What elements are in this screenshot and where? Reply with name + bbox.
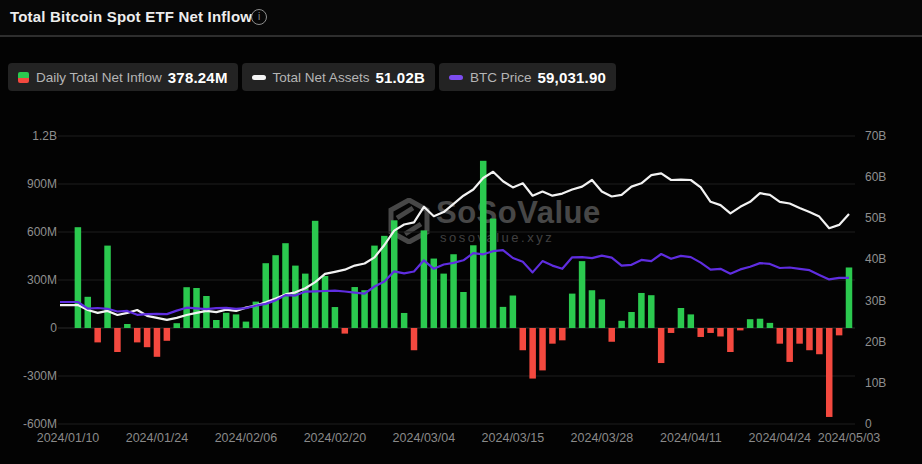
inflow-bar bbox=[134, 328, 141, 342]
etf-inflow-chart-panel: Total Bitcoin Spot ETF Net Inflow i Dail… bbox=[0, 0, 922, 464]
inflow-bar bbox=[114, 328, 121, 352]
inflow-bar bbox=[777, 328, 784, 344]
inflow-bar bbox=[589, 290, 596, 328]
inflow-bar bbox=[559, 328, 566, 340]
inflow-bar bbox=[846, 267, 853, 328]
inflow-bar bbox=[490, 219, 497, 328]
inflow-bar bbox=[510, 296, 517, 328]
inflow-bar bbox=[668, 328, 675, 333]
inflow-bar bbox=[223, 313, 230, 328]
inflow-bar bbox=[717, 328, 724, 336]
inflow-bar bbox=[608, 328, 615, 342]
inflow-bar bbox=[678, 308, 685, 328]
inflow-bar bbox=[174, 323, 181, 328]
inflow-bar bbox=[302, 274, 309, 328]
inflow-bar bbox=[529, 328, 536, 379]
inflow-bar bbox=[233, 314, 240, 328]
inflow-bar bbox=[826, 328, 833, 417]
inflow-bar bbox=[243, 322, 250, 328]
inflow-bar bbox=[599, 299, 606, 328]
inflow-bar bbox=[727, 328, 734, 352]
inflow-bar bbox=[658, 328, 665, 363]
inflow-bar bbox=[322, 276, 329, 328]
inflow-bar bbox=[480, 161, 487, 328]
inflow-bar bbox=[470, 245, 477, 328]
inflow-bar bbox=[213, 320, 220, 328]
inflow-bar bbox=[786, 328, 793, 362]
inflow-bar bbox=[94, 328, 101, 342]
inflow-bar bbox=[361, 290, 368, 328]
inflow-bar bbox=[628, 312, 635, 328]
inflow-bar bbox=[638, 293, 645, 328]
inflow-bar bbox=[292, 266, 299, 328]
inflow-bar bbox=[618, 321, 625, 328]
inflow-bar bbox=[124, 324, 131, 328]
inflow-bar bbox=[332, 307, 339, 328]
inflow-bar bbox=[648, 295, 655, 328]
inflow-bar bbox=[401, 313, 408, 328]
inflow-bar bbox=[816, 328, 823, 354]
inflow-bar bbox=[539, 328, 546, 370]
net-inflow-bars bbox=[75, 161, 853, 417]
chart-canvas[interactable] bbox=[0, 0, 922, 464]
inflow-bar bbox=[707, 328, 714, 333]
inflow-bar bbox=[757, 319, 764, 328]
inflow-bar bbox=[520, 328, 527, 350]
inflow-bar bbox=[796, 328, 803, 344]
inflow-bar bbox=[737, 328, 744, 330]
inflow-bar bbox=[806, 328, 813, 350]
inflow-bar bbox=[312, 221, 319, 328]
inflow-bar bbox=[747, 319, 754, 328]
inflow-bar bbox=[104, 246, 111, 328]
inflow-bar bbox=[500, 307, 507, 328]
inflow-bar bbox=[272, 255, 279, 328]
inflow-bar bbox=[450, 254, 457, 328]
inflow-bar bbox=[411, 328, 418, 350]
inflow-bar bbox=[421, 230, 428, 328]
inflow-bar bbox=[144, 328, 151, 347]
inflow-bar bbox=[85, 297, 92, 328]
inflow-bar bbox=[440, 274, 447, 328]
inflow-bar bbox=[262, 263, 269, 328]
inflow-bar bbox=[697, 328, 704, 337]
inflow-bar bbox=[579, 261, 586, 328]
inflow-bar bbox=[767, 323, 774, 328]
inflow-bar bbox=[569, 294, 576, 328]
inflow-bar bbox=[75, 227, 82, 328]
inflow-bar bbox=[164, 328, 171, 341]
inflow-bar bbox=[688, 314, 695, 328]
inflow-bar bbox=[836, 328, 843, 335]
inflow-bar bbox=[154, 328, 161, 357]
inflow-bar bbox=[282, 243, 289, 328]
inflow-bar bbox=[549, 328, 556, 344]
inflow-bar bbox=[460, 292, 467, 328]
inflow-bar bbox=[342, 328, 349, 334]
